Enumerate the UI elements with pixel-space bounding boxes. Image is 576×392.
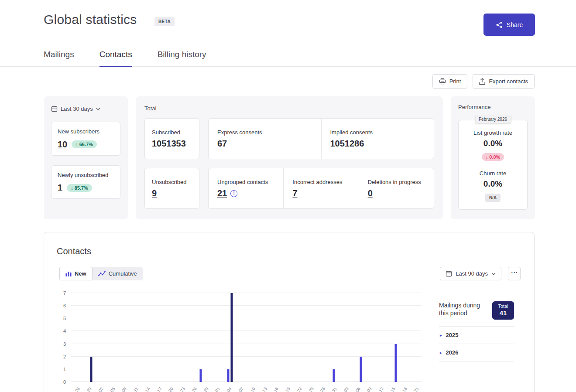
share-button-label: Share (507, 21, 523, 28)
chart-y-tick-label: 6 (63, 303, 66, 308)
express-consents-value[interactable]: 67 (217, 139, 227, 149)
chevron-down-icon (491, 273, 496, 275)
chart-view-toggle: New Cumulative (59, 267, 143, 280)
arrow-up-icon: ↑ (75, 142, 78, 147)
chart-bar[interactable] (231, 293, 233, 382)
contacts-chart-card: Contacts New (44, 232, 535, 392)
chart-bar[interactable] (90, 357, 92, 382)
chart-date-range-label: Last 90 days (456, 270, 488, 277)
printer-icon (439, 78, 446, 85)
chart-bar[interactable] (360, 357, 362, 382)
list-growth-label: List growth rate (459, 130, 527, 136)
chart-plot-area (71, 293, 422, 382)
chart-x-tick-label: 15 (390, 386, 396, 392)
churn-rate-value: 0.0% (459, 179, 527, 189)
chart-y-tick-label: 5 (63, 316, 66, 321)
chart-x-tick-label: 25 (308, 386, 314, 392)
date-range-selector[interactable]: Last 30 days (51, 104, 100, 114)
toggle-cumulative-button[interactable]: Cumulative (93, 267, 143, 280)
chart-x-tick-label: 16 (273, 386, 279, 392)
chart-x-tick-label: 22 (296, 386, 303, 392)
mailings-period-label: Mailings during this period (439, 301, 487, 317)
performance-tooltip: February 2026 (475, 115, 511, 123)
unsubscribed-value[interactable]: 9 (152, 188, 157, 198)
chart-x-tick-label: 12 (378, 386, 384, 392)
triangle-right-icon: ▸ (440, 333, 442, 337)
implied-consents-value[interactable]: 1051286 (330, 139, 364, 149)
chart-x-tick-label: 09 (366, 386, 373, 392)
performance-title: Performance (458, 104, 528, 110)
contact-issues-card: Ungrouped contacts 21 ! Incorrect addres… (208, 168, 434, 209)
chart-x-tick-label: 06 (354, 386, 361, 392)
chart-x-tick-label: 29 (202, 386, 209, 392)
chart-gridline (71, 293, 422, 293)
print-button[interactable]: Print (432, 74, 468, 89)
mailings-year-row-2025[interactable]: ▸ 2025 (439, 327, 514, 344)
tab-billing-history[interactable]: Billing history (158, 50, 206, 67)
chart-x-tick-label: 26 (74, 386, 81, 392)
chart-bar[interactable] (333, 369, 335, 382)
chart-bar[interactable] (227, 369, 230, 382)
incorrect-addresses-section: Incorrect addresses 7 (283, 168, 358, 208)
toolbar: Print Export contacts (432, 74, 535, 89)
export-contacts-button[interactable]: Export contacts (473, 74, 535, 89)
tab-bar: Mailings Contacts Billing history (0, 45, 576, 67)
list-growth-change-badge: ↓ 0.0% (482, 153, 504, 161)
newly-unsubscribed-change-badge: ↓ 85.7% (67, 184, 92, 192)
chart-y-tick-label: 2 (63, 354, 66, 359)
total-panel-title: Total (144, 105, 434, 112)
incorrect-addresses-value[interactable]: 7 (292, 188, 297, 198)
express-consents-section: Express consents 67 (209, 119, 321, 159)
implied-consents-label: Implied consents (330, 129, 434, 136)
chart-x-tick-label: 19 (285, 386, 291, 392)
mailings-total-label: Total (492, 303, 514, 309)
calendar-icon (446, 270, 452, 277)
info-icon[interactable]: ! (230, 190, 237, 197)
list-growth-change: 0.0% (489, 154, 500, 160)
line-chart-icon (98, 271, 106, 276)
chart-x-tick-label: 17 (156, 386, 162, 392)
mailings-year-row-2026[interactable]: ▸ 2026 (439, 344, 514, 361)
ungrouped-contacts-value[interactable]: 21 (217, 188, 227, 198)
chart-x-tick-label: 10 (250, 386, 256, 392)
newly-unsubscribed-value[interactable]: 1 (58, 183, 62, 193)
chart-gridline (71, 331, 422, 331)
chart-bar[interactable] (200, 369, 202, 382)
page-title: Global statistics (44, 12, 137, 27)
chart-x-tick-label: 18 (401, 386, 408, 392)
chart-x-tick-label: 28 (319, 386, 326, 392)
incorrect-addresses-label: Incorrect addresses (292, 179, 358, 185)
ungrouped-contacts-section: Ungrouped contacts 21 ! (209, 168, 283, 208)
chart-x-tick-label: 20 (168, 386, 174, 392)
chart-x-tick-label: 21 (413, 386, 419, 392)
arrow-down-icon: ↓ (486, 154, 488, 160)
chart-gridline (71, 356, 422, 357)
subscribed-label: Subscribed (152, 129, 194, 136)
new-subscribers-change: 66.7% (79, 142, 93, 147)
subscribed-card: Subscribed 1051353 (144, 118, 199, 159)
chart-x-tick-label: 07 (238, 386, 244, 392)
chart-y-tick-label: 4 (63, 328, 66, 334)
chart-x-tick-label: 29 (86, 386, 93, 392)
tab-contacts[interactable]: Contacts (99, 50, 132, 67)
chart-y-axis: 01234567 (44, 293, 66, 382)
implied-consents-section: Implied consents 1051286 (321, 119, 434, 159)
share-button[interactable]: Share (483, 14, 535, 36)
toggle-new-button[interactable]: New (59, 267, 93, 280)
list-growth-value: 0.0% (459, 139, 527, 148)
chart-x-tick-label: 26 (191, 386, 198, 392)
chart-x-tick-label: 14 (144, 386, 151, 392)
chart-date-range-selector[interactable]: Last 90 days (440, 267, 501, 280)
chart-more-menu-button[interactable]: ⋯ (508, 267, 521, 280)
deletions-in-progress-value[interactable]: 0 (368, 188, 373, 198)
new-subscribers-card: New subscribers 10 ↑ 66.7% (51, 122, 120, 156)
chart-x-tick-label: 23 (179, 386, 186, 392)
chart-gridline (71, 369, 422, 369)
beta-badge: BETA (154, 17, 175, 26)
churn-rate-badge: N/A (485, 194, 501, 202)
subscribed-value[interactable]: 1051353 (152, 139, 186, 149)
chart-bar[interactable] (395, 344, 397, 382)
new-subscribers-value[interactable]: 10 (58, 140, 67, 150)
tab-mailings[interactable]: Mailings (44, 50, 74, 67)
chart-x-tick-label: 31 (331, 386, 338, 392)
